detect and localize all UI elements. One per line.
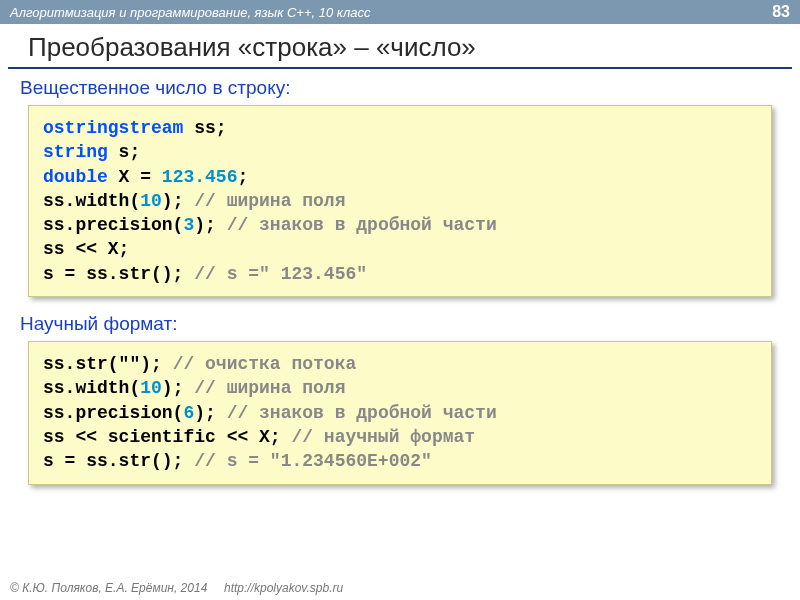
- course-title: Алгоритмизация и программирование, язык …: [10, 5, 370, 20]
- code-text: );: [194, 403, 226, 423]
- code-text: );: [162, 378, 194, 398]
- code-line: s = ss.str(); // s =" 123.456": [43, 262, 757, 286]
- code-text: X =: [108, 167, 162, 187]
- code-text: ;: [237, 167, 248, 187]
- number: 10: [140, 191, 162, 211]
- number: 10: [140, 378, 162, 398]
- number: 123.456: [162, 167, 238, 187]
- code-line: ss.precision(3); // знаков в дробной час…: [43, 213, 757, 237]
- code-text: ss.precision(: [43, 215, 183, 235]
- code-line: ss << X;: [43, 237, 757, 261]
- slide-header: Алгоритмизация и программирование, язык …: [0, 0, 800, 24]
- code-line: ss.str(""); // очистка потока: [43, 352, 757, 376]
- code-text: ss;: [183, 118, 226, 138]
- comment: // s =" 123.456": [194, 264, 367, 284]
- code-line: ss.precision(6); // знаков в дробной час…: [43, 401, 757, 425]
- footer-url: http://kpolyakov.spb.ru: [224, 581, 343, 595]
- comment: // научный формат: [291, 427, 475, 447]
- number: 6: [183, 403, 194, 423]
- comment: // знаков в дробной части: [227, 403, 497, 423]
- comment: // очистка потока: [173, 354, 357, 374]
- keyword: string: [43, 142, 108, 162]
- code-line: string s;: [43, 140, 757, 164]
- code-text: ss.width(: [43, 191, 140, 211]
- code-text: );: [162, 191, 194, 211]
- number: 3: [183, 215, 194, 235]
- keyword: double: [43, 167, 108, 187]
- copyright: © К.Ю. Поляков, Е.А. Ерёмин, 2014: [10, 581, 207, 595]
- code-block-1: ostringstream ss; string s; double X = 1…: [28, 105, 772, 297]
- comment: // s = "1.234560E+002": [194, 451, 432, 471]
- code-line: ss.width(10); // ширина поля: [43, 376, 757, 400]
- code-text: s = ss.str();: [43, 451, 194, 471]
- code-line: s = ss.str(); // s = "1.234560E+002": [43, 449, 757, 473]
- comment: // ширина поля: [194, 378, 345, 398]
- comment: // знаков в дробной части: [227, 215, 497, 235]
- code-text: ss.width(: [43, 378, 140, 398]
- footer: © К.Ю. Поляков, Е.А. Ерёмин, 2014 http:/…: [10, 581, 343, 595]
- keyword: ostringstream: [43, 118, 183, 138]
- code-text: ss.precision(: [43, 403, 183, 423]
- section-label-1: Вещественное число в строку:: [0, 69, 800, 105]
- comment: // ширина поля: [194, 191, 345, 211]
- code-text: s = ss.str();: [43, 264, 194, 284]
- code-line: ostringstream ss;: [43, 116, 757, 140]
- section-label-2: Научный формат:: [0, 305, 800, 341]
- code-text: );: [194, 215, 226, 235]
- code-block-2: ss.str(""); // очистка потока ss.width(1…: [28, 341, 772, 484]
- code-text: s;: [108, 142, 140, 162]
- code-text: ss << X;: [43, 239, 129, 259]
- code-line: ss.width(10); // ширина поля: [43, 189, 757, 213]
- slide-title: Преобразования «строка» – «число»: [8, 24, 792, 69]
- page-number: 83: [772, 3, 790, 21]
- code-text: ss << scientific << X;: [43, 427, 291, 447]
- code-line: double X = 123.456;: [43, 165, 757, 189]
- code-line: ss << scientific << X; // научный формат: [43, 425, 757, 449]
- code-text: ss.str("");: [43, 354, 173, 374]
